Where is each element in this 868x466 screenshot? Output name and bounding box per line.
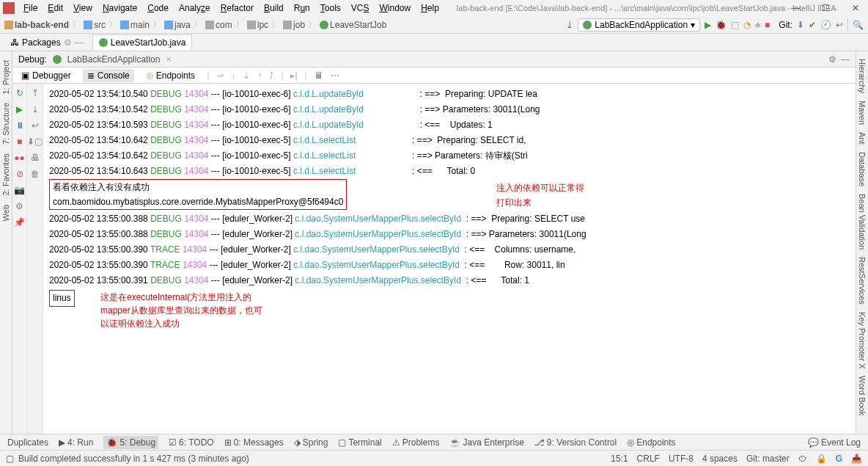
resume-button[interactable]: ▶	[16, 104, 23, 114]
key-promoter-tool-button[interactable]: Key Promoter X	[858, 312, 867, 369]
git-branch[interactable]: Git: master	[746, 454, 790, 464]
print-button[interactable]: 🖶	[31, 153, 40, 163]
menu-build[interactable]: Build	[260, 1, 288, 15]
pin-button[interactable]: 📌	[14, 217, 25, 227]
minimize-panel-icon[interactable]: —	[841, 54, 850, 65]
favorites-tool-button[interactable]: 2: Favorites	[1, 153, 10, 195]
rerun-button[interactable]: ↻	[16, 88, 23, 98]
ant-tool-button[interactable]: Ant	[858, 132, 867, 145]
crumb-project[interactable]: lab-back-end	[15, 20, 69, 30]
git-update-button[interactable]: ⬇	[797, 20, 804, 30]
packages-tab[interactable]: 🖧 Packages ⚙ —	[4, 35, 89, 50]
menu-run[interactable]: Run	[290, 1, 315, 15]
crumb-src[interactable]: src	[94, 20, 106, 30]
console-tab[interactable]: ≣Console	[83, 69, 134, 82]
spring-tool[interactable]: ⬗ Spring	[294, 437, 328, 448]
settings-button[interactable]: ⚙	[15, 201, 23, 211]
debugger-tab[interactable]: ▣Debugger	[17, 69, 76, 82]
menu-analyze[interactable]: Analyze	[174, 1, 215, 15]
todo-tool[interactable]: ☑ 6: TODO	[169, 437, 214, 448]
run-config-selector[interactable]: LabBackEndApplication ▾	[578, 18, 700, 32]
crumb-lpc[interactable]: lpc	[257, 20, 268, 30]
mute-breakpoints-button[interactable]: ⊘	[16, 169, 23, 179]
hierarchy-tool-button[interactable]: Hierarchy	[858, 59, 867, 93]
crumb-com[interactable]: com	[216, 20, 232, 30]
menu-refactor[interactable]: Refactor	[216, 1, 258, 15]
rest-services-tool-button[interactable]: RestServices	[858, 257, 867, 305]
stop-button[interactable]: ■	[17, 136, 22, 147]
menu-help[interactable]: Help	[416, 1, 444, 15]
inbox-icon[interactable]: 📥	[851, 454, 862, 464]
endpoints-tab[interactable]: ◎Endpoints	[141, 69, 199, 82]
step-into-icon[interactable]: ↓	[231, 70, 235, 81]
editor-tab-active[interactable]: LeaveStartJob.java	[92, 34, 193, 51]
clear-button[interactable]: 🗑	[31, 169, 40, 179]
maximize-button[interactable]: ☐	[817, 1, 834, 15]
vcs-tool[interactable]: ⎇ 9: Version Control	[534, 437, 617, 448]
close-tab-icon[interactable]: ×	[166, 54, 171, 65]
lock-icon[interactable]: 🔒	[816, 454, 827, 464]
coverage-button[interactable]: ⬚	[731, 20, 739, 30]
scroll-end-button[interactable]: ⬇▢	[27, 136, 43, 147]
git-commit-button[interactable]: ✔	[809, 20, 816, 30]
menu-navigate[interactable]: Navigate	[98, 1, 141, 15]
evaluate-icon[interactable]: 🖩	[315, 70, 323, 81]
caret-position[interactable]: 15:1	[611, 454, 628, 464]
java-ee-tool[interactable]: ☕ Java Enterprise	[449, 437, 523, 448]
endpoints-tool[interactable]: ◎ Endpoints	[627, 437, 675, 448]
close-button[interactable]: ✕	[847, 1, 864, 15]
menu-edit[interactable]: Edit	[43, 1, 67, 15]
step-over-icon[interactable]: ⤻	[216, 70, 224, 81]
indent-status[interactable]: 4 spaces	[702, 454, 738, 464]
stop-button[interactable]: ■	[765, 20, 770, 30]
tool-windows-icon[interactable]: ▢	[6, 454, 14, 464]
structure-tool-button[interactable]: 7: Structure	[1, 103, 10, 145]
web-tool-button[interactable]: Web	[1, 205, 10, 221]
drop-frame-icon[interactable]: ⤴	[269, 70, 273, 81]
build-icon[interactable]: ⤓	[566, 20, 573, 30]
crumb-java[interactable]: java	[174, 20, 191, 30]
breakpoints-button[interactable]: ●●	[14, 153, 25, 163]
google-icon[interactable]: G	[836, 454, 842, 464]
debug-tool[interactable]: 🐞 5: Debug	[103, 436, 158, 449]
run-tool[interactable]: ▶ 4: Run	[59, 437, 93, 448]
camera-button[interactable]: 📷	[14, 185, 25, 195]
scroll-top-button[interactable]: ⤒	[32, 88, 39, 98]
soft-wrap-button[interactable]: ↩	[32, 120, 39, 131]
line-separator[interactable]: CRLF	[637, 454, 660, 464]
gear-icon[interactable]: ⚙	[828, 54, 836, 65]
step-out-icon[interactable]: ↑	[257, 70, 262, 81]
minimize-tab-icon[interactable]: —	[75, 37, 84, 48]
breadcrumb[interactable]: lab-back-end〉 src〉 main〉 java〉 com〉 lpc〉…	[4, 18, 386, 31]
menu-view[interactable]: View	[69, 1, 97, 15]
menu-vcs[interactable]: VCS	[347, 1, 374, 15]
pause-button[interactable]: ⏸	[15, 120, 24, 131]
file-encoding[interactable]: UTF-8	[669, 454, 694, 464]
crumb-job[interactable]: job	[293, 20, 305, 30]
debug-button[interactable]: 🐞	[716, 20, 727, 30]
menu-code[interactable]: Code	[143, 1, 173, 15]
run-button[interactable]: ▶	[705, 20, 711, 30]
scroll-bottom-button[interactable]: ⤓	[32, 104, 39, 114]
more-icon[interactable]: ⋯	[331, 70, 339, 81]
menu-window[interactable]: Window	[375, 1, 415, 15]
git-history-button[interactable]: 🕘	[820, 20, 831, 30]
database-tool-button[interactable]: Database	[858, 152, 867, 186]
gauge-icon[interactable]: ⏲	[798, 454, 807, 464]
duplicates-tool[interactable]: Duplicates	[7, 437, 48, 448]
maven-tool-button[interactable]: Maven	[858, 101, 867, 125]
minimize-button[interactable]: —	[787, 1, 804, 15]
project-tool-button[interactable]: 1: Project	[1, 60, 10, 94]
word-book-tool-button[interactable]: Word Book	[858, 376, 867, 415]
git-revert-button[interactable]: ↩	[836, 20, 843, 30]
debug-config-label[interactable]: LabBackEndApplication	[67, 54, 161, 65]
crumb-main[interactable]: main	[130, 20, 150, 30]
crumb-class[interactable]: LeaveStartJob	[330, 20, 386, 30]
event-log-tool[interactable]: 💬 Event Log	[808, 437, 861, 448]
menu-tools[interactable]: Tools	[316, 1, 345, 15]
menu-file[interactable]: File	[19, 1, 42, 15]
search-icon[interactable]: 🔍	[853, 20, 864, 30]
attach-button[interactable]: ⎆	[755, 20, 760, 30]
bean-validation-tool-button[interactable]: Bean Validation	[858, 194, 867, 250]
terminal-tool[interactable]: ▢ Terminal	[338, 437, 381, 448]
